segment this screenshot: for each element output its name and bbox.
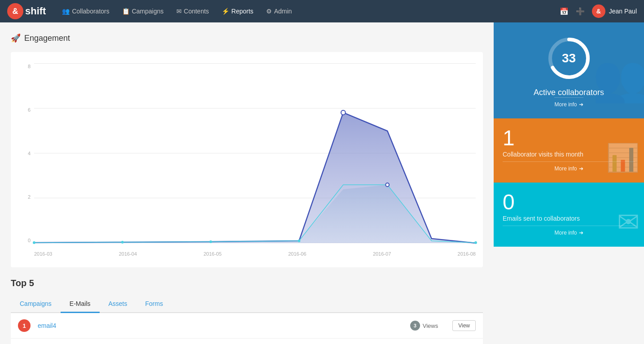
navbar: & shift 👥 Collaborators 📋 Campaigns ✉ Co… [0, 0, 644, 22]
collaborator-count: 33 [562, 51, 576, 65]
y-label-2: 2 [18, 194, 31, 200]
emails-label: Emails sent to collaborators [503, 215, 635, 222]
datapoint-peak [341, 110, 346, 115]
top5-section: Top 5 Campaigns E-Mails Assets Forms 1 e… [11, 278, 483, 344]
more-info-emails[interactable]: More info ➜ [503, 226, 635, 238]
view-button-1[interactable]: View [452, 320, 476, 331]
sidebar: 👥 33 Active collaborators More info ➜ 📊 … [494, 22, 644, 344]
x-label-aug: 2016-08 [458, 251, 476, 257]
chart-x-labels: 2016-03 2016-04 2016-05 2016-06 2016-07 … [34, 251, 476, 257]
avatar: & [592, 4, 605, 18]
chart-inner [34, 64, 476, 243]
dot-apr [121, 241, 124, 244]
nav-reports[interactable]: ⚡ Reports [216, 4, 259, 18]
more-info-active[interactable]: More info ➜ [554, 97, 583, 109]
chart-area-purple [34, 113, 476, 243]
dot-may [210, 240, 212, 243]
rocket-icon: 🚀 [11, 33, 21, 43]
people-bg-icon: 👥 [592, 52, 644, 105]
dot-mar [33, 241, 35, 244]
engagement-heading: 🚀 Engagement [11, 33, 483, 43]
emails-count: 0 [503, 192, 635, 213]
dot-aug [474, 241, 477, 244]
tab-assets[interactable]: Assets [100, 296, 136, 313]
circular-progress: 33 [547, 36, 591, 81]
chart-svg [34, 64, 476, 243]
list-item: 2 tesst2 2 Views View [11, 339, 483, 344]
visits-label: Collaborator visits this month [503, 151, 635, 158]
rank-badge-1: 1 [18, 319, 31, 332]
calendar-icon[interactable]: 📅 [560, 7, 569, 16]
top5-title: Top 5 [11, 278, 483, 288]
item-link-1[interactable]: email4 [38, 322, 403, 329]
username: Jean Paul [609, 8, 637, 15]
logo-icon: & [7, 3, 23, 19]
chart-area: 0 2 4 6 8 [18, 59, 476, 257]
card-emails-sent: ✉ 0 Emails sent to collaborators More in… [494, 183, 644, 247]
y-label-8: 8 [18, 64, 31, 69]
collaborators-icon: 👥 [62, 8, 70, 15]
campaigns-icon: 📋 [122, 8, 130, 15]
list-item: 1 email4 3 Views View [11, 313, 483, 339]
admin-icon: ⚙ [266, 8, 272, 15]
nav-right: 📅 ➕ & Jean Paul [560, 4, 637, 18]
nav-links: 👥 Collaborators 📋 Campaigns ✉ Contents ⚡… [57, 4, 559, 18]
views-count-1: 3 [410, 321, 420, 331]
user-menu[interactable]: & Jean Paul [592, 4, 637, 18]
reports-icon: ⚡ [222, 8, 229, 15]
nav-campaigns[interactable]: 📋 Campaigns [117, 4, 169, 18]
nav-admin[interactable]: ⚙ Admin [261, 4, 298, 18]
x-label-jun: 2016-06 [288, 251, 306, 257]
nav-collaborators[interactable]: 👥 Collaborators [57, 4, 114, 18]
page-layout: 🚀 Engagement 0 2 4 6 8 [0, 22, 644, 344]
x-label-may: 2016-05 [203, 251, 221, 257]
chart-y-labels: 0 2 4 6 8 [18, 64, 31, 243]
tabs: Campaigns E-Mails Assets Forms [11, 296, 483, 313]
contents-icon: ✉ [176, 8, 182, 15]
y-label-4: 4 [18, 151, 31, 156]
dot-jun [298, 239, 300, 242]
engagement-chart: 0 2 4 6 8 [11, 52, 483, 267]
views-label-1: Views [423, 322, 438, 329]
engagement-title: Engagement [24, 34, 70, 43]
logo[interactable]: & shift [7, 3, 46, 19]
main-content: 🚀 Engagement 0 2 4 6 8 [0, 22, 494, 344]
add-icon[interactable]: ➕ [576, 7, 585, 16]
tab-campaigns[interactable]: Campaigns [11, 296, 61, 313]
envelope-bg-icon: ✉ [617, 206, 640, 238]
x-label-mar: 2016-03 [34, 251, 52, 257]
tab-forms[interactable]: Forms [136, 296, 172, 313]
x-label-jul: 2016-07 [373, 251, 391, 257]
datapoint-2 [386, 183, 389, 187]
views-1: 3 Views [410, 321, 438, 331]
y-label-6: 6 [18, 107, 31, 113]
card-collaborator-visits: 📊 1 Collaborator visits this month More … [494, 118, 644, 183]
x-label-apr: 2016-04 [119, 251, 137, 257]
y-label-0: 0 [18, 238, 31, 243]
nav-contents[interactable]: ✉ Contents [171, 4, 215, 18]
card-active-collaborators: 👥 33 Active collaborators More info ➜ [494, 22, 644, 118]
tab-emails[interactable]: E-Mails [61, 296, 100, 313]
